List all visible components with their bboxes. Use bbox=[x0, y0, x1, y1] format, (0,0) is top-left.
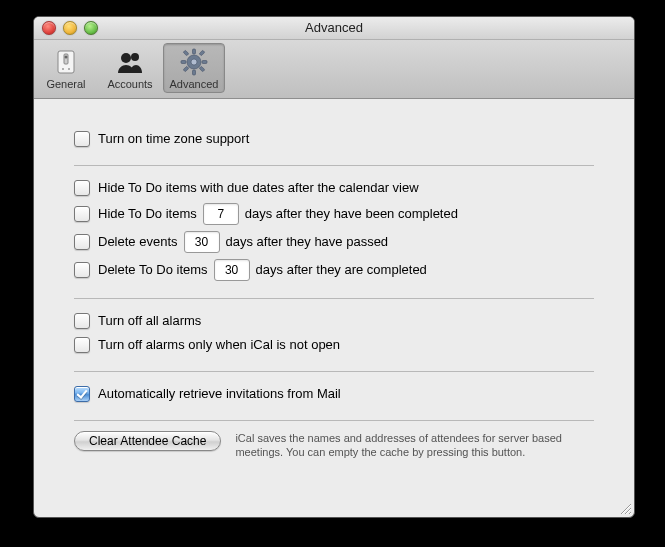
svg-rect-13 bbox=[199, 66, 205, 72]
checkbox-delete-events[interactable] bbox=[74, 234, 90, 250]
window-controls bbox=[42, 21, 98, 35]
svg-rect-15 bbox=[183, 66, 189, 72]
close-icon[interactable] bbox=[42, 21, 56, 35]
content-pane: Turn on time zone support Hide To Do ite… bbox=[34, 99, 634, 475]
section-alarms: Turn off all alarms Turn off alarms only… bbox=[74, 299, 594, 372]
checkbox-hide-todo-due[interactable] bbox=[74, 180, 90, 196]
toolbar-item-accounts[interactable]: Accounts bbox=[99, 43, 161, 93]
checkbox-off-all-alarms[interactable] bbox=[74, 313, 90, 329]
gear-icon bbox=[164, 46, 224, 78]
svg-point-6 bbox=[131, 53, 139, 61]
section-timezone: Turn on time zone support bbox=[74, 117, 594, 166]
section-cache: Clear Attendee Cache iCal saves the name… bbox=[74, 421, 594, 465]
label-off-all-alarms: Turn off all alarms bbox=[98, 312, 201, 330]
label-delete-events-prefix: Delete events bbox=[98, 233, 178, 251]
section-todo: Hide To Do items with due dates after th… bbox=[74, 166, 594, 299]
label-hide-todo-due: Hide To Do items with due dates after th… bbox=[98, 179, 419, 197]
label-hide-todo-prefix: Hide To Do items bbox=[98, 205, 197, 223]
label-turn-on-timezone: Turn on time zone support bbox=[98, 130, 249, 148]
toolbar-item-general[interactable]: General bbox=[35, 43, 97, 93]
checkbox-turn-on-timezone[interactable] bbox=[74, 131, 90, 147]
titlebar[interactable]: Advanced bbox=[34, 17, 634, 40]
label-auto-retrieve-mail: Automatically retrieve invitations from … bbox=[98, 385, 341, 403]
svg-rect-14 bbox=[199, 50, 205, 56]
toolbar-label-advanced: Advanced bbox=[164, 78, 224, 90]
svg-rect-10 bbox=[181, 61, 186, 64]
svg-point-2 bbox=[65, 56, 68, 59]
label-delete-todo-prefix: Delete To Do items bbox=[98, 261, 208, 279]
resize-grip-icon[interactable] bbox=[618, 501, 632, 515]
toolbar-label-accounts: Accounts bbox=[100, 78, 160, 90]
row-off-alarms-closed: Turn off alarms only when iCal is not op… bbox=[74, 333, 594, 357]
svg-rect-8 bbox=[193, 49, 196, 54]
people-icon bbox=[100, 46, 160, 78]
label-delete-todo-suffix: days after they are completed bbox=[256, 261, 427, 279]
input-hide-todo-days[interactable] bbox=[203, 203, 239, 225]
checkbox-off-alarms-closed[interactable] bbox=[74, 337, 90, 353]
row-turn-on-timezone: Turn on time zone support bbox=[74, 127, 594, 151]
svg-line-22 bbox=[630, 513, 631, 514]
svg-rect-9 bbox=[193, 70, 196, 75]
window-title: Advanced bbox=[305, 20, 363, 35]
label-delete-events-suffix: days after they have passed bbox=[226, 233, 389, 251]
svg-point-5 bbox=[121, 53, 131, 63]
cache-description: iCal saves the names and addresses of at… bbox=[235, 431, 594, 459]
checkbox-delete-todo[interactable] bbox=[74, 262, 90, 278]
row-hide-todo-due: Hide To Do items with due dates after th… bbox=[74, 176, 594, 200]
toolbar-label-general: General bbox=[36, 78, 96, 90]
row-delete-todo: Delete To Do items days after they are c… bbox=[74, 256, 594, 284]
input-delete-events-days[interactable] bbox=[184, 231, 220, 253]
checkbox-auto-retrieve-mail[interactable] bbox=[74, 386, 90, 402]
toolbar-item-advanced[interactable]: Advanced bbox=[163, 43, 225, 93]
section-mail: Automatically retrieve invitations from … bbox=[74, 372, 594, 421]
svg-rect-12 bbox=[183, 50, 189, 56]
preferences-window: Advanced General bbox=[33, 16, 635, 518]
zoom-icon[interactable] bbox=[84, 21, 98, 35]
stage: Advanced General bbox=[0, 0, 665, 547]
row-hide-todo-days: Hide To Do items days after they have be… bbox=[74, 200, 594, 228]
row-off-all-alarms: Turn off all alarms bbox=[74, 309, 594, 333]
svg-point-4 bbox=[68, 68, 70, 70]
svg-rect-11 bbox=[202, 61, 207, 64]
checkbox-hide-todo-days[interactable] bbox=[74, 206, 90, 222]
switch-icon bbox=[36, 46, 96, 78]
row-delete-events: Delete events days after they have passe… bbox=[74, 228, 594, 256]
svg-point-16 bbox=[191, 59, 197, 65]
clear-attendee-cache-button[interactable]: Clear Attendee Cache bbox=[74, 431, 221, 451]
toolbar: General Accounts bbox=[34, 40, 634, 99]
row-auto-retrieve-mail: Automatically retrieve invitations from … bbox=[74, 382, 594, 406]
minimize-icon[interactable] bbox=[63, 21, 77, 35]
label-off-alarms-closed: Turn off alarms only when iCal is not op… bbox=[98, 336, 340, 354]
svg-point-3 bbox=[62, 68, 64, 70]
input-delete-todo-days[interactable] bbox=[214, 259, 250, 281]
label-hide-todo-suffix: days after they have been completed bbox=[245, 205, 458, 223]
